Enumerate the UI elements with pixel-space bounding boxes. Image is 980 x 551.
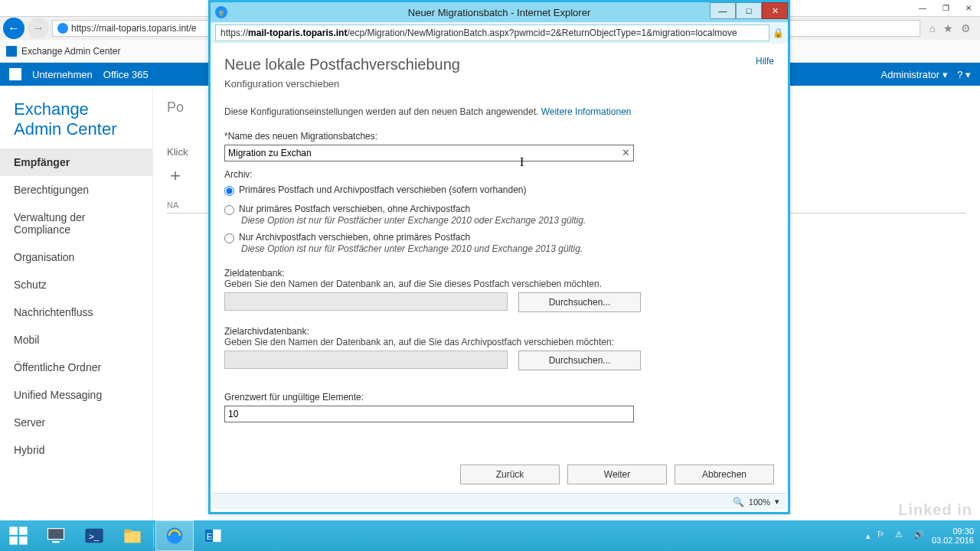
tray-chevron-icon[interactable]: ▴ <box>866 531 871 541</box>
bad-items-input[interactable] <box>224 406 634 422</box>
clock-time: 09:30 <box>932 527 974 536</box>
batch-name-input[interactable] <box>224 145 634 161</box>
back-button[interactable]: Zurück <box>460 465 560 484</box>
powershell-icon[interactable]: >_ <box>75 520 113 551</box>
start-button[interactable] <box>0 520 37 551</box>
page-heading: Neue lokale Postfachverschiebung <box>224 56 774 73</box>
svg-rect-3 <box>19 536 27 545</box>
archive-db-label: Zielarchivdatenbank: <box>224 326 774 337</box>
svg-rect-1 <box>19 527 27 535</box>
admin-menu[interactable]: Administrator ▾ <box>881 69 949 80</box>
radio-primary-only-note: Diese Option ist nur für Postfächer unte… <box>241 215 774 226</box>
description-text: Diese Konfigurationseinstellungen werden… <box>224 106 774 117</box>
taskbar-ie-button[interactable] <box>155 520 194 551</box>
popup-status-bar: 🔍 100% ▾ <box>213 493 786 510</box>
sidebar-item-nachrichtenfluss[interactable]: Nachrichtenfluss <box>0 298 152 326</box>
chevron-down-icon: ▾ <box>942 69 948 80</box>
nav-forward-button: → <box>28 18 49 39</box>
url-path: /ecp/Migration/NewMigrationBatch.aspx?pw… <box>347 28 737 38</box>
taskbar: >_ E ▴ 🏳 ⚠ 🔊 09:30 03.02.2016 <box>0 520 980 551</box>
popup-close-button[interactable]: ✕ <box>762 2 788 19</box>
sidebar-item-oeffentliche-ordner[interactable]: Öffentliche Ordner <box>0 354 152 381</box>
more-info-link[interactable]: Weitere Informationen <box>541 106 632 117</box>
main-close-button[interactable]: ✕ <box>957 1 980 16</box>
sidebar-item-mobil[interactable]: Mobil <box>0 326 152 354</box>
popup-maximize-button[interactable]: □ <box>736 2 762 19</box>
popup-titlebar[interactable]: e Neuer Migrationsbatch - Internet Explo… <box>211 2 788 22</box>
network-warning-icon[interactable]: ⚠ <box>895 530 907 542</box>
sidebar-item-compliance[interactable]: Verwaltung der Compliance <box>0 204 152 243</box>
eac-title: Exchange Admin Center <box>0 86 152 148</box>
main-url-text: https://mail-toparis.toparis.int/e <box>71 23 196 34</box>
main-toolbar-icons: ⌂ ★ ⚙ <box>923 22 977 34</box>
target-db-browse-button[interactable]: Durchsuchen... <box>518 292 641 312</box>
tools-icon[interactable]: ⚙ <box>961 22 971 34</box>
action-center-icon[interactable]: 🏳 <box>877 530 889 542</box>
company-link[interactable]: Unternehmen <box>32 69 93 80</box>
home-icon[interactable]: ⌂ <box>929 22 936 34</box>
browser-tab[interactable]: Exchange Admin Center <box>6 46 120 57</box>
sidebar-item-empfaenger[interactable]: Empfänger <box>0 148 152 176</box>
svg-rect-2 <box>9 536 17 545</box>
next-button[interactable]: Weiter <box>567 465 667 484</box>
radio-archive-only[interactable] <box>224 233 234 243</box>
main-minimize-button[interactable]: — <box>911 1 934 16</box>
zoom-icon[interactable]: 🔍 <box>733 497 744 507</box>
favorites-icon[interactable]: ★ <box>943 22 953 34</box>
ie-favicon-icon <box>57 23 68 34</box>
radio-archive-only-label: Nur Archivpostfach verschieben, ohne pri… <box>239 232 470 243</box>
main-restore-button[interactable]: ❐ <box>934 1 957 16</box>
popup-body: Hilfe Neue lokale Postfachverschiebung K… <box>211 44 788 492</box>
batch-name-label: *Name des neuen Migrationsbatches: <box>224 131 774 142</box>
lock-icon: 🔒 <box>773 28 783 38</box>
popup-minimize-button[interactable]: — <box>710 2 736 19</box>
office365-link[interactable]: Office 365 <box>103 69 149 80</box>
archive-db-browse-button[interactable]: Durchsuchen... <box>518 350 641 370</box>
sidebar-item-berechtigungen[interactable]: Berechtigungen <box>0 176 152 204</box>
app-launcher-icon[interactable] <box>9 68 21 80</box>
taskbar-clock[interactable]: 09:30 03.02.2016 <box>932 527 974 545</box>
system-tray: ▴ 🏳 ⚠ 🔊 09:30 03.02.2016 <box>866 527 980 545</box>
target-db-input <box>224 292 508 311</box>
help-menu[interactable]: ? ▾ <box>957 69 971 80</box>
archive-db-hint: Geben Sie den Namen der Datenbank an, au… <box>224 337 774 347</box>
sidebar-item-organisation[interactable]: Organisation <box>0 243 152 271</box>
radio-primary-only-label: Nur primäres Postfach verschieben, ohne … <box>239 204 470 214</box>
bad-items-label: Grenzwert für ungültige Elemente: <box>224 392 774 403</box>
sidebar-item-unified-messaging[interactable]: Unified Messaging <box>0 381 152 409</box>
sidebar-item-server[interactable]: Server <box>0 409 152 436</box>
sound-icon[interactable]: 🔊 <box>913 530 926 542</box>
svg-rect-9 <box>125 530 132 533</box>
popup-title: Neuer Migrationsbatch - Internet Explore… <box>408 7 590 18</box>
svg-rect-5 <box>52 541 59 543</box>
archive-db-input <box>224 350 508 369</box>
radio-primary-and-archive[interactable] <box>224 186 234 196</box>
svg-text:>_: >_ <box>89 531 100 541</box>
popup-url-field[interactable]: https://mail-toparis.toparis.int/ecp/Mig… <box>215 24 769 41</box>
archive-radio-group: Primäres Postfach und Archivpostfach ver… <box>224 184 774 254</box>
tab-favicon-icon <box>6 46 17 57</box>
sidebar-item-schutz[interactable]: Schutz <box>0 271 152 298</box>
sidebar-item-hybrid[interactable]: Hybrid <box>0 436 152 464</box>
target-db-label: Zieldatenbank: <box>224 268 774 279</box>
radio-archive-only-note: Diese Option ist nur für Postfächer unte… <box>241 243 774 254</box>
taskbar-outlook-button[interactable]: E <box>194 520 232 551</box>
zoom-dropdown-icon[interactable]: ▾ <box>775 497 779 507</box>
help-link[interactable]: Hilfe <box>756 56 774 67</box>
clear-input-icon[interactable]: ✕ <box>619 147 632 159</box>
svg-rect-4 <box>48 529 64 540</box>
nav-back-button[interactable]: ← <box>3 18 24 39</box>
popup-address-bar: https://mail-toparis.toparis.int/ecp/Mig… <box>211 22 788 44</box>
radio-primary-only[interactable] <box>224 205 234 215</box>
radio-primary-and-archive-label: Primäres Postfach und Archivpostfach ver… <box>239 184 527 195</box>
migration-popup-window: e Neuer Migrationsbatch - Internet Explo… <box>208 0 790 514</box>
archive-label: Archiv: <box>224 169 774 180</box>
svg-rect-0 <box>9 527 17 535</box>
ie-icon: e <box>215 6 227 18</box>
dialog-button-row: Zurück Weiter Abbrechen <box>460 465 774 484</box>
cancel-button[interactable]: Abbrechen <box>675 465 774 484</box>
server-manager-icon[interactable] <box>37 520 75 551</box>
tab-title: Exchange Admin Center <box>21 46 120 57</box>
file-explorer-icon[interactable] <box>113 520 152 551</box>
url-host: mail-toparis.toparis.int <box>248 28 347 38</box>
